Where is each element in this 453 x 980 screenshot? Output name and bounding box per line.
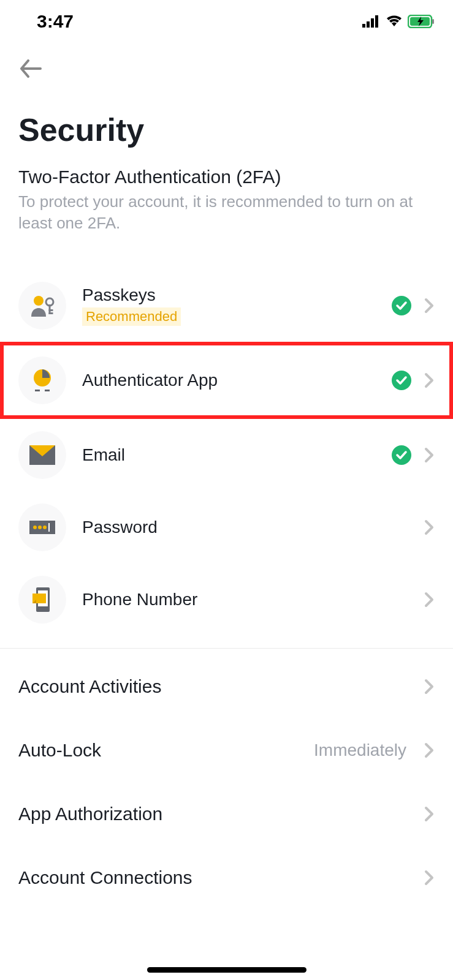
settings-item-label: Account Activities bbox=[18, 676, 161, 697]
signal-icon bbox=[362, 15, 381, 28]
tfa-item-label: Passkeys bbox=[82, 285, 392, 305]
page-title: Security bbox=[0, 93, 453, 167]
chevron-right-icon bbox=[424, 372, 435, 389]
settings-app-authorization[interactable]: App Authorization bbox=[0, 782, 453, 846]
home-indicator[interactable] bbox=[147, 967, 306, 973]
svg-rect-0 bbox=[362, 24, 365, 28]
section-title: Two-Factor Authentication (2FA) bbox=[18, 167, 435, 187]
tfa-item-label: Phone Number bbox=[82, 590, 424, 609]
svg-point-7 bbox=[34, 296, 44, 306]
svg-rect-15 bbox=[45, 390, 50, 391]
svg-rect-23 bbox=[48, 523, 50, 532]
recommended-badge: Recommended bbox=[82, 307, 181, 326]
tfa-item-passkeys[interactable]: Passkeys Recommended bbox=[0, 270, 453, 342]
tfa-item-phone[interactable]: Phone Number bbox=[0, 564, 453, 636]
wifi-icon bbox=[386, 15, 403, 28]
settings-auto-lock[interactable]: Auto-Lock Immediately bbox=[0, 718, 453, 782]
arrow-left-icon bbox=[20, 59, 42, 78]
chevron-right-icon bbox=[424, 869, 435, 886]
tfa-item-password[interactable]: Password bbox=[0, 491, 453, 564]
settings-item-label: Account Connections bbox=[18, 867, 192, 888]
svg-point-16 bbox=[392, 371, 411, 390]
svg-point-20 bbox=[33, 526, 37, 529]
chevron-right-icon bbox=[424, 519, 435, 536]
tfa-item-email[interactable]: Email bbox=[0, 419, 453, 491]
check-icon bbox=[392, 296, 411, 315]
tfa-item-authenticator[interactable]: Authenticator App bbox=[0, 342, 453, 419]
tfa-item-label: Authenticator App bbox=[82, 371, 392, 390]
chevron-right-icon bbox=[424, 297, 435, 314]
svg-rect-2 bbox=[371, 18, 374, 28]
svg-point-22 bbox=[43, 526, 47, 529]
settings-item-label: Auto-Lock bbox=[18, 740, 101, 761]
chevron-right-icon bbox=[424, 742, 435, 759]
section-subtitle: To protect your account, it is recommend… bbox=[18, 191, 435, 234]
divider bbox=[0, 648, 453, 649]
nav-bar bbox=[0, 38, 453, 93]
settings-account-connections[interactable]: Account Connections bbox=[0, 846, 453, 910]
chevron-right-icon bbox=[424, 591, 435, 608]
email-icon-wrap bbox=[18, 431, 66, 479]
tfa-item-label: Password bbox=[82, 518, 424, 537]
chevron-right-icon bbox=[424, 805, 435, 823]
check-icon bbox=[392, 371, 411, 390]
status-time: 3:47 bbox=[37, 11, 74, 32]
email-icon bbox=[29, 445, 55, 465]
settings-list: Account Activities Auto-Lock Immediately… bbox=[0, 655, 453, 910]
status-icons bbox=[362, 15, 435, 28]
svg-rect-6 bbox=[432, 19, 434, 24]
svg-rect-14 bbox=[35, 390, 40, 391]
password-icon-wrap bbox=[18, 503, 66, 551]
section-header-2fa: Two-Factor Authentication (2FA) To prote… bbox=[0, 167, 453, 239]
svg-rect-11 bbox=[49, 312, 53, 314]
svg-rect-10 bbox=[49, 309, 53, 311]
svg-rect-3 bbox=[375, 15, 378, 28]
chevron-right-icon bbox=[424, 678, 435, 695]
settings-item-label: App Authorization bbox=[18, 804, 162, 824]
status-bar: 3:47 bbox=[0, 0, 453, 38]
svg-point-18 bbox=[392, 445, 411, 465]
settings-item-value: Immediately bbox=[314, 741, 406, 760]
tfa-list: Passkeys Recommended Authenticator App bbox=[0, 270, 453, 636]
settings-account-activities[interactable]: Account Activities bbox=[0, 655, 453, 718]
passkey-icon bbox=[29, 293, 56, 318]
tfa-item-label: Email bbox=[82, 445, 392, 465]
password-icon bbox=[29, 521, 55, 534]
battery-charging-icon bbox=[408, 15, 435, 28]
authenticator-icon-wrap bbox=[18, 356, 66, 404]
svg-point-12 bbox=[392, 296, 411, 315]
svg-rect-1 bbox=[367, 21, 370, 28]
check-icon bbox=[392, 445, 411, 465]
back-button[interactable] bbox=[18, 56, 43, 81]
authenticator-icon bbox=[29, 367, 56, 394]
svg-point-21 bbox=[38, 526, 42, 529]
chevron-right-icon bbox=[424, 447, 435, 464]
passkey-icon-wrap bbox=[18, 282, 66, 330]
phone-icon bbox=[31, 586, 53, 613]
phone-icon-wrap bbox=[18, 576, 66, 624]
